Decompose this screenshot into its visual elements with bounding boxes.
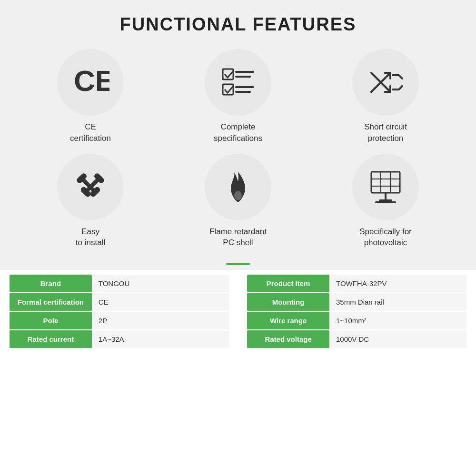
- feature-circle-ce: CE: [57, 49, 124, 116]
- top-section: FUNCTIONAL FEATURES CE CEcertification: [0, 0, 476, 258]
- divider-section: [0, 258, 476, 270]
- page-wrapper: FUNCTIONAL FEATURES CE CEcertification: [0, 0, 476, 476]
- feature-circle-flame: [205, 154, 271, 220]
- svg-rect-16: [371, 172, 400, 193]
- feature-item-short-circuit: Short circuitprotection: [314, 49, 457, 144]
- main-title: FUNCTIONAL FEATURES: [19, 14, 457, 35]
- feature-item-install: Easyto install: [19, 154, 162, 249]
- feature-circle-short-circuit: [352, 49, 419, 116]
- label-cell-left: Rated current: [10, 330, 92, 348]
- table-row: Formal certification CE Mounting 35mm Di…: [10, 293, 466, 311]
- table-row: Pole 2P Wire range 1~10mm²: [10, 311, 466, 330]
- gap-cell: [229, 275, 247, 293]
- gap-cell: [229, 293, 247, 311]
- table-row: Brand TONGOU Product Item TOWFHA-32PV: [10, 275, 466, 293]
- label-cell-left: Formal certification: [10, 293, 92, 311]
- specs-section: Brand TONGOU Product Item TOWFHA-32PV Fo…: [0, 270, 476, 476]
- value-cell-left: CE: [92, 293, 229, 311]
- feature-item-specs: Completespecifications: [167, 49, 309, 144]
- feature-circle-install: [57, 154, 124, 220]
- label-cell-right: Rated voltage: [247, 330, 329, 348]
- feature-circle-specs: [205, 49, 271, 116]
- label-cell-left: Brand: [10, 275, 92, 293]
- specs-table: Brand TONGOU Product Item TOWFHA-32PV Fo…: [10, 275, 466, 349]
- feature-label-short-circuit: Short circuitprotection: [364, 121, 407, 144]
- label-cell-right: Product Item: [247, 275, 329, 293]
- value-cell-right: 1000V DC: [329, 330, 466, 348]
- feature-item-ce: CE CEcertification: [19, 49, 162, 144]
- features-grid: CE CEcertification: [19, 49, 457, 248]
- feature-circle-solar: [352, 154, 419, 220]
- wrench-icon: [71, 168, 109, 206]
- value-cell-left: TONGOU: [92, 275, 229, 293]
- feature-label-solar: Specifically forphotovoltaic: [359, 226, 412, 249]
- divider-bar: [226, 263, 250, 265]
- value-cell-right: 35mm Dian rail: [329, 293, 466, 311]
- value-cell-left: 2P: [92, 311, 229, 330]
- label-cell-right: Wire range: [247, 311, 329, 330]
- feature-label-ce: CEcertification: [70, 121, 111, 144]
- label-cell-left: Pole: [10, 311, 92, 330]
- short-circuit-icon: [367, 63, 405, 101]
- ce-icon: CE: [71, 63, 109, 101]
- feature-label-flame: Flame retardantPC shell: [209, 226, 267, 249]
- feature-item-solar: Specifically forphotovoltaic: [314, 154, 457, 249]
- value-cell-right: TOWFHA-32PV: [329, 275, 466, 293]
- value-cell-left: 1A~32A: [92, 330, 229, 348]
- feature-label-specs: Completespecifications: [214, 121, 262, 144]
- feature-label-install: Easyto install: [76, 226, 105, 249]
- svg-text:CE: CE: [74, 64, 109, 97]
- table-row: Rated current 1A~32A Rated voltage 1000V…: [10, 330, 466, 348]
- label-cell-right: Mounting: [247, 293, 329, 311]
- solar-icon: [367, 168, 405, 206]
- svg-point-15: [234, 191, 242, 200]
- value-cell-right: 1~10mm²: [329, 311, 466, 330]
- checklist-icon: [219, 63, 257, 101]
- feature-item-flame: Flame retardantPC shell: [167, 154, 309, 249]
- flame-icon: [219, 168, 257, 206]
- gap-cell: [229, 311, 247, 330]
- gap-cell: [229, 330, 247, 348]
